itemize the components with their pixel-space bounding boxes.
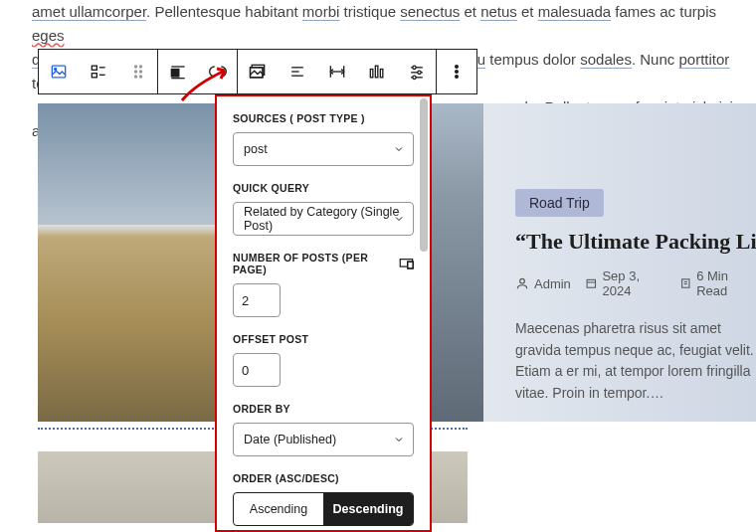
- post-card: Road Trip “The Ultimate Packing List Adm…: [511, 103, 756, 405]
- svg-rect-0: [52, 66, 65, 78]
- user-icon: [515, 276, 529, 290]
- quick-query-select[interactable]: Related by Category (Single Post): [233, 202, 414, 236]
- svg-point-28: [412, 66, 415, 69]
- svg-point-6: [134, 66, 136, 68]
- align-button[interactable]: [158, 50, 198, 93]
- svg-point-32: [412, 76, 415, 79]
- number-label: NUMBER OF POSTS (PER PAGE): [233, 252, 414, 275]
- scrollbar[interactable]: [420, 98, 428, 252]
- svg-point-34: [456, 71, 459, 74]
- svg-point-33: [456, 66, 459, 69]
- block-type-button[interactable]: [39, 50, 79, 93]
- svg-rect-3: [92, 74, 96, 78]
- orderby-select[interactable]: Date (Published): [233, 423, 414, 456]
- svg-rect-13: [171, 70, 179, 78]
- quick-query-label: QUICK QUERY: [233, 182, 414, 194]
- offset-input[interactable]: 0: [233, 353, 281, 387]
- order-segmented: Ascending Descending: [233, 492, 414, 526]
- svg-point-9: [139, 71, 141, 73]
- card2-photo-strip: [432, 103, 483, 422]
- image-button[interactable]: [238, 50, 278, 93]
- post-meta: Admin Sep 3, 2024 6 Min Read: [515, 268, 756, 298]
- width-button[interactable]: [317, 50, 357, 93]
- svg-point-11: [139, 76, 141, 78]
- sources-select[interactable]: post: [233, 132, 414, 166]
- link-button[interactable]: [198, 50, 238, 93]
- block-toolbar: [38, 49, 477, 94]
- category-badge[interactable]: Road Trip: [515, 189, 604, 217]
- sources-label: SOURCES ( POST TYPE ): [233, 112, 414, 124]
- author-meta[interactable]: Admin: [515, 276, 571, 291]
- columns-button[interactable]: [357, 50, 397, 93]
- drag-handle[interactable]: [118, 50, 158, 93]
- chevron-down-icon: [393, 143, 405, 155]
- filters-button[interactable]: [397, 50, 437, 93]
- transform-button[interactable]: [79, 50, 118, 93]
- number-input[interactable]: 2: [233, 283, 281, 317]
- order-desc-button[interactable]: Descending: [323, 493, 413, 525]
- svg-rect-25: [375, 66, 378, 78]
- svg-rect-43: [408, 262, 414, 268]
- svg-point-8: [134, 71, 136, 73]
- date-meta: Sep 3, 2024: [585, 268, 665, 298]
- responsive-icon[interactable]: [399, 258, 414, 269]
- text-align-button[interactable]: [278, 50, 317, 93]
- svg-rect-37: [587, 279, 595, 287]
- orderby-label: ORDER BY: [233, 403, 414, 415]
- settings-panel: SOURCES ( POST TYPE ) post QUICK QUERY R…: [215, 94, 432, 532]
- svg-point-35: [456, 76, 459, 79]
- svg-point-36: [520, 278, 525, 283]
- clock-icon: [679, 276, 692, 290]
- svg-point-7: [139, 66, 141, 68]
- post-title[interactable]: “The Ultimate Packing List: [515, 229, 756, 255]
- more-options-button[interactable]: [437, 50, 476, 93]
- svg-point-10: [134, 76, 136, 78]
- order-label: ORDER (ASC/DESC): [233, 472, 414, 484]
- chevron-down-icon: [393, 434, 405, 445]
- svg-point-1: [55, 69, 57, 71]
- svg-point-30: [417, 71, 420, 74]
- svg-rect-2: [92, 66, 96, 70]
- offset-label: OFFSET POST: [233, 333, 414, 345]
- post-excerpt: Maecenas pharetra risus sit amet gravida…: [515, 318, 756, 405]
- order-asc-button[interactable]: Ascending: [234, 493, 323, 525]
- chevron-down-icon: [393, 213, 405, 225]
- calendar-icon: [585, 276, 598, 290]
- readtime-meta: 6 Min Read: [679, 268, 756, 298]
- svg-rect-24: [370, 70, 373, 78]
- svg-rect-26: [380, 70, 383, 78]
